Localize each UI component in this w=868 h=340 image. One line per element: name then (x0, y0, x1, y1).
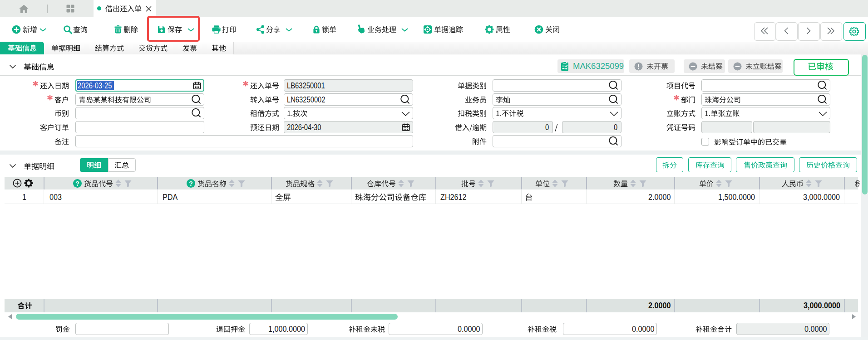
svg-text:?: ? (75, 180, 79, 187)
svg-text:?: ? (189, 180, 193, 187)
